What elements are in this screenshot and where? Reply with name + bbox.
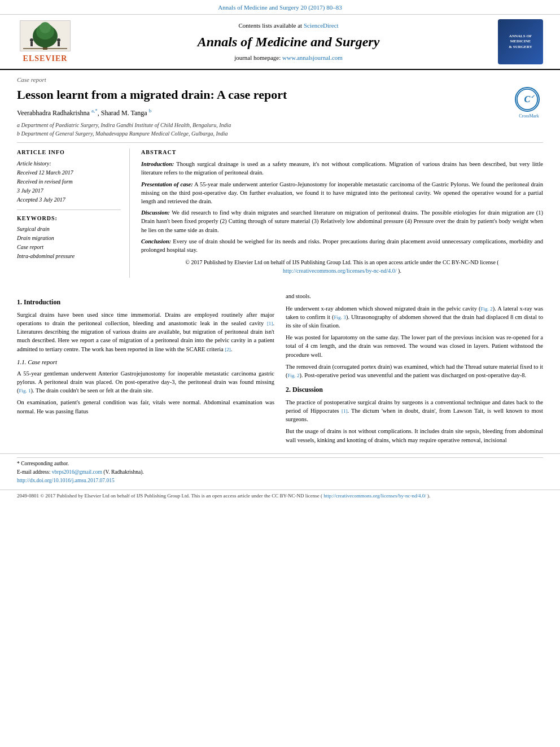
- abstract-col: ABSTRACT Introduction: Though surgical d…: [141, 148, 543, 278]
- article-body: 1. Introduction Surgical drains have bee…: [0, 283, 560, 453]
- keyword3: Case report: [17, 243, 121, 252]
- body-col2-p2: He underwent x-ray abdomen which showed …: [286, 304, 543, 330]
- fig2-link-1[interactable]: Fig. 2: [480, 306, 492, 312]
- bottom-bar: 2049-0801 © 2017 Published by Elsevier L…: [0, 490, 560, 502]
- email-link[interactable]: vbrps2016@gmail.com: [52, 469, 104, 475]
- license-link[interactable]: http://creativecommons.org/licenses/by-n…: [283, 268, 398, 274]
- bottom-license-link[interactable]: http://creativecommons.org/licenses/by-n…: [322, 493, 427, 499]
- intro-text: Though surgical drainage is used as a sa…: [141, 161, 543, 176]
- subsection1-title: 1.1. Case report: [17, 358, 274, 367]
- abstract-heading: ABSTRACT: [141, 148, 543, 156]
- keywords-section: Keywords: Surgical drain Drain migration…: [17, 215, 121, 261]
- journal-badge-area: ANNALS OF MEDICINE & SURGERY: [498, 19, 549, 64]
- conclusion-label: Conclusion:: [141, 238, 171, 244]
- keyword1: Surgical drain: [17, 225, 121, 234]
- presentation-label: Presentation of case:: [141, 181, 193, 187]
- abstract-presentation: Presentation of case: A 55-year male und…: [141, 180, 543, 206]
- fig1-link[interactable]: Fig. 1: [19, 388, 31, 394]
- email-line: E-mail address: vbrps2016@gmail.com (V. …: [17, 469, 543, 476]
- svg-point-6: [30, 38, 33, 42]
- journal-header: ELSEVIER Contents lists available at Sci…: [0, 15, 560, 70]
- journal-citation-bar: Annals of Medicine and Surgery 20 (2017)…: [0, 0, 560, 15]
- subsection1-p2: On examination, patient's general condit…: [17, 398, 274, 415]
- body-col-left: 1. Introduction Surgical drains have bee…: [17, 292, 274, 447]
- article-title: Lesson learnt from a migrated drain: A c…: [17, 87, 543, 103]
- affiliation2: b Department of General Surgery, Mahadev…: [17, 129, 543, 138]
- abstract-intro: Introduction: Though surgical drainage i…: [141, 160, 543, 177]
- discussion-text: We did research to find why drain migrat…: [141, 209, 543, 233]
- affiliation1: a Department of Paediatric Surgery, Indi…: [17, 121, 543, 129]
- keywords-list: Surgical drain Drain migration Case repo…: [17, 225, 121, 261]
- elsevier-tree-icon: [20, 20, 71, 51]
- sciencedirect-link[interactable]: ScienceDirect: [304, 22, 339, 29]
- svg-rect-9: [58, 42, 60, 46]
- svg-point-4: [40, 22, 51, 33]
- svg-text:✓: ✓: [531, 94, 535, 99]
- contents-label: Contents lists available at: [238, 22, 302, 29]
- abstract-copyright: © 2017 Published by Elsevier Ltd on beha…: [141, 259, 543, 275]
- body-col2-p1: and stools.: [286, 292, 543, 300]
- article-header-section: Case report C ✓ CrossMark Lesson learnt …: [0, 70, 560, 283]
- author1-name: Veerabhadra Radhakrishna: [17, 109, 90, 117]
- journal-badge: ANNALS OF MEDICINE & SURGERY: [498, 19, 543, 64]
- article-type: Case report: [17, 76, 543, 84]
- body-col2-p3: He was posted for laparotomy on the same…: [286, 333, 543, 359]
- journal-header-center: Contents lists available at ScienceDirec…: [85, 21, 492, 62]
- info-divider: [17, 209, 121, 210]
- keyword2: Drain migration: [17, 234, 121, 243]
- affiliations: a Department of Paediatric Surgery, Indi…: [17, 121, 543, 138]
- intro-label: Introduction:: [141, 161, 174, 167]
- section-divider: [17, 142, 543, 143]
- doi-line: http://dx.doi.org/10.1016/j.amsu.2017.07…: [17, 477, 543, 484]
- author2-sup: b: [149, 108, 152, 113]
- article-info-abstract: ARTICLE INFO Article history: Received 1…: [17, 148, 543, 278]
- discussion-label: Discussion:: [141, 209, 170, 216]
- abstract-conclusion: Conclusion: Every use of drain should be…: [141, 237, 543, 254]
- section2-p1: The practice of postoperative surgical d…: [286, 398, 543, 424]
- abstract-text: Introduction: Though surgical drainage i…: [141, 160, 543, 275]
- svg-rect-7: [30, 42, 33, 46]
- authors-line: Veerabhadra Radhakrishna a,*, Sharad M. …: [17, 107, 543, 118]
- body-col-right: and stools. He underwent x-ray abdomen w…: [286, 292, 543, 447]
- section2-p2: But the usage of drains is not without c…: [286, 427, 543, 444]
- journal-citation: Annals of Medicine and Surgery 20 (2017)…: [218, 4, 342, 11]
- section2-title: 2. Discussion: [286, 385, 543, 395]
- article-info-col: ARTICLE INFO Article history: Received 1…: [17, 148, 130, 278]
- ref2[interactable]: [2]: [225, 347, 231, 352]
- subsection1-p1: A 55-year gentleman underwent Anterior G…: [17, 369, 274, 395]
- article-info-heading: ARTICLE INFO: [17, 148, 121, 156]
- homepage-url[interactable]: www.annalsjournal.com: [282, 54, 343, 61]
- abstract-discussion: Discussion: We did research to find why …: [141, 208, 543, 234]
- ref1-s2[interactable]: [1]: [342, 408, 348, 414]
- crossmark-label: CrossMark: [515, 113, 543, 119]
- homepage-label: journal homepage:: [234, 54, 281, 61]
- fig3-link[interactable]: Fig. 3: [334, 314, 346, 320]
- section1-title: 1. Introduction: [17, 298, 274, 307]
- corresponding-author-note: * Corresponding author.: [17, 460, 543, 468]
- ref1[interactable]: [1]: [267, 321, 273, 326]
- doi-link[interactable]: http://dx.doi.org/10.1016/j.amsu.2017.07…: [17, 478, 115, 483]
- footnote-divider: [17, 457, 543, 458]
- keyword4: Intra-abdominal pressure: [17, 252, 121, 261]
- keywords-heading: Keywords:: [17, 215, 121, 222]
- author2-name: Sharad M. Tanga: [101, 109, 147, 117]
- journal-title: Annals of Medicine and Surgery: [85, 33, 492, 52]
- presentation-text: A 55-year male underwent anterior Gastro…: [141, 181, 543, 204]
- conclusion-text: Every use of drain should be weighed for…: [141, 238, 543, 253]
- elsevier-wordmark: ELSEVIER: [23, 53, 68, 64]
- article-history: Article history: Received 12 March 2017 …: [17, 160, 121, 204]
- footnotes: * Corresponding author. E-mail address: …: [0, 453, 560, 490]
- author1-sup: a,*: [91, 108, 98, 113]
- fig2-link-2[interactable]: Fig. 2: [288, 373, 300, 378]
- crossmark-icon: C ✓: [515, 87, 540, 112]
- elsevier-logo-area: ELSEVIER: [11, 20, 79, 64]
- section1-p1: Surgical drains have been used since tim…: [17, 311, 274, 353]
- svg-point-8: [57, 38, 60, 42]
- body-col2-p4: The removed drain (corrugated portex dra…: [286, 362, 543, 379]
- crossmark-badge[interactable]: C ✓ CrossMark: [515, 87, 543, 115]
